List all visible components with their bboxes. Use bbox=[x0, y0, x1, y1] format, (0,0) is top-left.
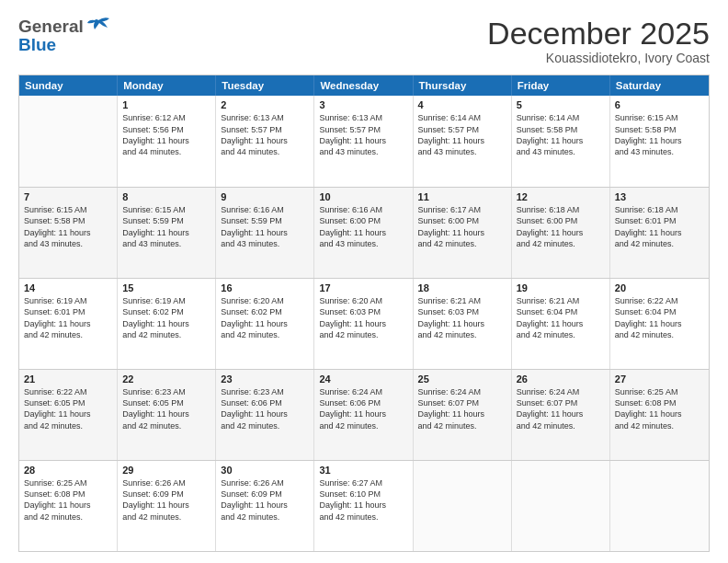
calendar-cell: 7Sunrise: 6:15 AMSunset: 5:58 PMDaylight… bbox=[19, 188, 118, 278]
cell-info: Sunrise: 6:15 AMSunset: 5:58 PMDaylight:… bbox=[615, 112, 704, 157]
cell-info: Sunrise: 6:25 AMSunset: 6:08 PMDaylight:… bbox=[24, 477, 112, 523]
cell-day-number: 7 bbox=[24, 191, 112, 202]
cell-info: Sunrise: 6:18 AMSunset: 6:00 PMDaylight:… bbox=[517, 204, 605, 249]
calendar-cell bbox=[512, 461, 610, 551]
cell-day-number: 15 bbox=[122, 282, 210, 293]
cell-day-number: 24 bbox=[319, 373, 407, 385]
page: General Blue December 2025 Kouassidiotek… bbox=[0, 0, 728, 563]
calendar-cell: 25Sunrise: 6:24 AMSunset: 6:07 PMDayligh… bbox=[414, 370, 512, 460]
cell-day-number: 6 bbox=[615, 99, 704, 110]
cell-day-number: 8 bbox=[122, 191, 210, 202]
calendar-cell: 16Sunrise: 6:20 AMSunset: 6:02 PMDayligh… bbox=[216, 279, 314, 369]
cell-info: Sunrise: 6:20 AMSunset: 6:03 PMDaylight:… bbox=[319, 295, 407, 340]
cell-day-number: 23 bbox=[221, 373, 309, 385]
cell-info: Sunrise: 6:17 AMSunset: 6:00 PMDaylight:… bbox=[418, 204, 506, 249]
cell-info: Sunrise: 6:23 AMSunset: 6:05 PMDaylight:… bbox=[122, 386, 210, 431]
cell-day-number: 19 bbox=[517, 282, 605, 293]
cell-day-number: 25 bbox=[418, 373, 506, 385]
calendar-cell: 28Sunrise: 6:25 AMSunset: 6:08 PMDayligh… bbox=[19, 461, 118, 551]
cell-day-number: 13 bbox=[615, 191, 704, 202]
cell-info: Sunrise: 6:24 AMSunset: 6:06 PMDaylight:… bbox=[319, 386, 407, 431]
calendar-cell: 14Sunrise: 6:19 AMSunset: 6:01 PMDayligh… bbox=[19, 279, 118, 369]
logo-general: General bbox=[18, 17, 84, 37]
calendar-cell: 20Sunrise: 6:22 AMSunset: 6:04 PMDayligh… bbox=[610, 279, 709, 369]
cell-day-number: 11 bbox=[418, 191, 506, 202]
cell-info: Sunrise: 6:24 AMSunset: 6:07 PMDaylight:… bbox=[517, 386, 605, 431]
calendar-cell: 2Sunrise: 6:13 AMSunset: 5:57 PMDaylight… bbox=[216, 96, 314, 187]
calendar-body: 1Sunrise: 6:12 AMSunset: 5:56 PMDaylight… bbox=[19, 96, 709, 551]
calendar-cell: 11Sunrise: 6:17 AMSunset: 6:00 PMDayligh… bbox=[414, 188, 512, 278]
calendar-cell: 24Sunrise: 6:24 AMSunset: 6:06 PMDayligh… bbox=[314, 370, 413, 460]
calendar-header: SundayMondayTuesdayWednesdayThursdayFrid… bbox=[19, 75, 709, 96]
calendar-cell: 27Sunrise: 6:25 AMSunset: 6:08 PMDayligh… bbox=[610, 370, 709, 460]
cell-day-number: 4 bbox=[418, 99, 506, 110]
cell-day-number: 12 bbox=[517, 191, 605, 202]
cell-info: Sunrise: 6:22 AMSunset: 6:05 PMDaylight:… bbox=[24, 386, 112, 431]
calendar-cell: 4Sunrise: 6:14 AMSunset: 5:57 PMDaylight… bbox=[414, 96, 512, 187]
cell-day-number: 18 bbox=[418, 282, 506, 293]
calendar: SundayMondayTuesdayWednesdayThursdayFrid… bbox=[18, 75, 710, 552]
calendar-cell: 17Sunrise: 6:20 AMSunset: 6:03 PMDayligh… bbox=[314, 279, 413, 369]
calendar-header-cell: Wednesday bbox=[314, 75, 413, 96]
cell-info: Sunrise: 6:19 AMSunset: 6:01 PMDaylight:… bbox=[24, 295, 112, 340]
calendar-cell: 21Sunrise: 6:22 AMSunset: 6:05 PMDayligh… bbox=[19, 370, 118, 460]
calendar-week: 14Sunrise: 6:19 AMSunset: 6:01 PMDayligh… bbox=[19, 278, 709, 369]
cell-day-number: 20 bbox=[615, 282, 704, 293]
cell-day-number: 1 bbox=[122, 99, 210, 110]
calendar-cell: 31Sunrise: 6:27 AMSunset: 6:10 PMDayligh… bbox=[314, 461, 413, 551]
cell-info: Sunrise: 6:16 AMSunset: 5:59 PMDaylight:… bbox=[221, 204, 309, 249]
logo: General Blue bbox=[18, 17, 111, 55]
cell-day-number: 28 bbox=[24, 465, 112, 476]
calendar-cell: 9Sunrise: 6:16 AMSunset: 5:59 PMDaylight… bbox=[216, 188, 314, 278]
cell-info: Sunrise: 6:21 AMSunset: 6:03 PMDaylight:… bbox=[418, 295, 506, 340]
cell-info: Sunrise: 6:14 AMSunset: 5:57 PMDaylight:… bbox=[418, 112, 506, 157]
cell-info: Sunrise: 6:14 AMSunset: 5:58 PMDaylight:… bbox=[517, 112, 605, 157]
calendar-cell: 13Sunrise: 6:18 AMSunset: 6:01 PMDayligh… bbox=[610, 188, 709, 278]
calendar-header-cell: Tuesday bbox=[216, 75, 314, 96]
calendar-cell: 12Sunrise: 6:18 AMSunset: 6:00 PMDayligh… bbox=[512, 188, 610, 278]
cell-day-number: 22 bbox=[122, 373, 210, 385]
calendar-week: 28Sunrise: 6:25 AMSunset: 6:08 PMDayligh… bbox=[19, 460, 709, 551]
cell-day-number: 21 bbox=[24, 373, 112, 385]
cell-day-number: 9 bbox=[221, 191, 309, 202]
calendar-week: 7Sunrise: 6:15 AMSunset: 5:58 PMDaylight… bbox=[19, 187, 709, 278]
cell-day-number: 29 bbox=[122, 465, 210, 476]
calendar-week: 21Sunrise: 6:22 AMSunset: 6:05 PMDayligh… bbox=[19, 369, 709, 460]
calendar-cell: 19Sunrise: 6:21 AMSunset: 6:04 PMDayligh… bbox=[512, 279, 610, 369]
calendar-header-cell: Sunday bbox=[19, 75, 118, 96]
calendar-cell: 23Sunrise: 6:23 AMSunset: 6:06 PMDayligh… bbox=[216, 370, 314, 460]
header: General Blue December 2025 Kouassidiotek… bbox=[18, 17, 710, 65]
logo-blue: Blue bbox=[18, 35, 111, 55]
cell-day-number: 2 bbox=[221, 99, 309, 110]
calendar-cell: 5Sunrise: 6:14 AMSunset: 5:58 PMDaylight… bbox=[512, 96, 610, 187]
calendar-cell: 3Sunrise: 6:13 AMSunset: 5:57 PMDaylight… bbox=[314, 96, 413, 187]
cell-info: Sunrise: 6:19 AMSunset: 6:02 PMDaylight:… bbox=[122, 295, 210, 340]
calendar-cell bbox=[610, 461, 709, 551]
calendar-header-cell: Saturday bbox=[610, 75, 709, 96]
calendar-cell: 6Sunrise: 6:15 AMSunset: 5:58 PMDaylight… bbox=[610, 96, 709, 187]
calendar-cell: 15Sunrise: 6:19 AMSunset: 6:02 PMDayligh… bbox=[118, 279, 216, 369]
cell-info: Sunrise: 6:26 AMSunset: 6:09 PMDaylight:… bbox=[122, 477, 210, 523]
calendar-cell: 30Sunrise: 6:26 AMSunset: 6:09 PMDayligh… bbox=[216, 461, 314, 551]
calendar-cell: 10Sunrise: 6:16 AMSunset: 6:00 PMDayligh… bbox=[314, 188, 413, 278]
cell-day-number: 26 bbox=[517, 373, 605, 385]
calendar-header-cell: Monday bbox=[118, 75, 216, 96]
cell-info: Sunrise: 6:16 AMSunset: 6:00 PMDaylight:… bbox=[319, 204, 407, 249]
cell-info: Sunrise: 6:27 AMSunset: 6:10 PMDaylight:… bbox=[319, 477, 407, 523]
calendar-cell: 22Sunrise: 6:23 AMSunset: 6:05 PMDayligh… bbox=[118, 370, 216, 460]
calendar-cell: 1Sunrise: 6:12 AMSunset: 5:56 PMDaylight… bbox=[118, 96, 216, 187]
calendar-cell bbox=[414, 461, 512, 551]
cell-info: Sunrise: 6:20 AMSunset: 6:02 PMDaylight:… bbox=[221, 295, 309, 340]
calendar-cell: 18Sunrise: 6:21 AMSunset: 6:03 PMDayligh… bbox=[414, 279, 512, 369]
cell-day-number: 17 bbox=[319, 282, 407, 293]
cell-info: Sunrise: 6:25 AMSunset: 6:08 PMDaylight:… bbox=[615, 386, 704, 431]
cell-info: Sunrise: 6:18 AMSunset: 6:01 PMDaylight:… bbox=[615, 204, 704, 249]
cell-info: Sunrise: 6:22 AMSunset: 6:04 PMDaylight:… bbox=[615, 295, 704, 340]
cell-day-number: 3 bbox=[319, 99, 407, 110]
calendar-cell: 29Sunrise: 6:26 AMSunset: 6:09 PMDayligh… bbox=[118, 461, 216, 551]
cell-info: Sunrise: 6:24 AMSunset: 6:07 PMDaylight:… bbox=[418, 386, 506, 431]
cell-info: Sunrise: 6:26 AMSunset: 6:09 PMDaylight:… bbox=[221, 477, 309, 523]
cell-day-number: 10 bbox=[319, 191, 407, 202]
calendar-header-cell: Thursday bbox=[414, 75, 512, 96]
cell-info: Sunrise: 6:12 AMSunset: 5:56 PMDaylight:… bbox=[122, 112, 210, 157]
